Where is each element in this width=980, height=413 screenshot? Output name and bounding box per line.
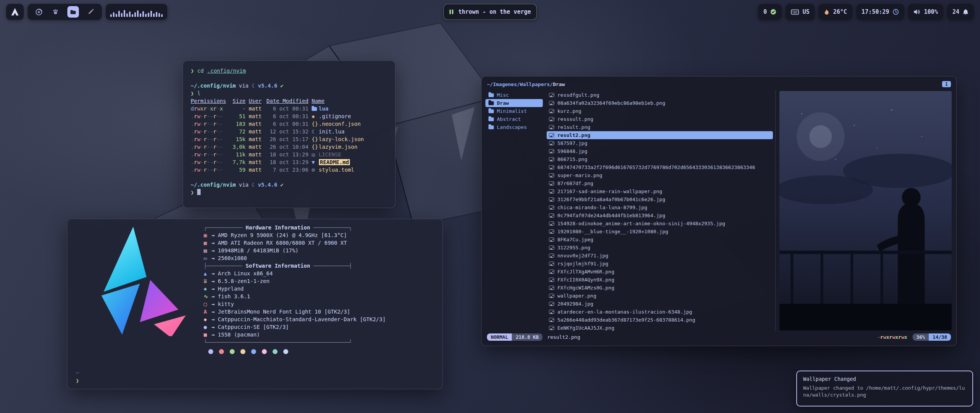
file-item[interactable]: 3122955.png — [547, 244, 773, 252]
fastfetch-info-line: ≡→6.5.8-zen1-1-zen — [204, 277, 434, 285]
terminal-window-fastfetch: ┌───────────Hardware Information────────… — [67, 219, 443, 389]
fastfetch-info-line: ▢→kitty — [204, 300, 434, 308]
file-item[interactable]: 587597.jpg — [547, 139, 773, 147]
image-file-icon — [549, 93, 554, 97]
hardware-info-list: ▣→AMD Ryzen 9 5900X (24) @ 4.9GHz [61.3°… — [204, 231, 434, 262]
browser-icon — [35, 8, 42, 16]
json-icon: {} — [312, 143, 319, 151]
notification-title: Wallpaper Changed — [803, 376, 966, 382]
file-item[interactable]: FXfcJlTXgAMvH6R.png — [547, 268, 773, 276]
sidebar-item-minimalist[interactable]: Minimalist — [485, 107, 543, 115]
fastfetch-info-line: ◆→Catppuccin-Macchiato-Standard-Lavender… — [204, 315, 434, 323]
nvim-file-row: .rw-r--r--11kmatt18 oct 13:29▤LICENSE — [191, 151, 387, 158]
file-item[interactable]: resssult.png — [547, 115, 773, 123]
workspace-switcher — [28, 4, 102, 20]
image-file-icon — [549, 101, 554, 105]
volume-widget[interactable]: 100% — [908, 4, 943, 20]
file-item[interactable]: 68747470733a2f2f696d616765732d7769786d70… — [547, 163, 773, 171]
palette-dot — [230, 349, 235, 354]
file-item[interactable]: FXfcHgcWIAMzs0G.png — [547, 284, 773, 292]
image-file-icon — [549, 302, 554, 306]
updates-count: 0 — [763, 8, 767, 15]
fastfetch-info-line: ▣→AMD Ryzen 9 5900X (24) @ 4.9GHz [61.3°… — [204, 231, 434, 239]
file-item[interactable]: 8FKa7Cu.jpeg — [547, 236, 773, 244]
fastfetch-info: ┌───────────Hardware Information────────… — [204, 224, 434, 369]
file-item[interactable]: 596848.jpg — [547, 147, 773, 155]
workspace-chat[interactable] — [51, 7, 60, 17]
notification-popup[interactable]: Wallpaper Changed Wallpaper changed to /… — [796, 371, 973, 406]
file-item[interactable]: 08a634fa02a32364f69ebc86a98eb1eb.png — [547, 99, 773, 107]
gpu-icon: ▦ — [204, 239, 210, 247]
sidebar-item-draw[interactable]: Draw — [485, 99, 543, 107]
workspace-edit[interactable] — [86, 7, 96, 17]
audio-visualizer — [106, 4, 167, 20]
fastfetch-info-line: ●→Catppuccin-SE [GTK2/3] — [204, 323, 434, 331]
file-item[interactable]: rsjqojlmjhf91.jpg — [547, 260, 773, 268]
software-section-title: Software Information — [246, 263, 310, 269]
visualizer-bar — [113, 12, 114, 17]
hardware-section-header: ┌───────────Hardware Information────────… — [204, 224, 434, 231]
bell-icon — [963, 9, 969, 15]
file-item[interactable]: re1sult.png — [547, 123, 773, 131]
file-item[interactable]: 5a266e448add93deab367d87173e9f25-6837886… — [547, 316, 773, 324]
palette-dot — [208, 349, 213, 354]
launcher-button[interactable] — [6, 4, 24, 20]
file-item[interactable]: 3126f7e9bbf21a8a4af0b67b041c6e26.jpg — [547, 195, 773, 203]
listing-header-row: PermissionsSizeUserDate ModifiedName — [191, 97, 387, 105]
sidebar-item-abstract[interactable]: Abstract — [485, 115, 543, 123]
palette-dot — [219, 349, 224, 354]
tab-badge[interactable]: 1 — [942, 81, 951, 87]
image-file-icon — [549, 157, 554, 161]
updates-widget[interactable]: 0 — [758, 4, 782, 20]
file-item[interactable]: EeNKYgIUcAAJ5JX.png — [547, 324, 773, 331]
file-item[interactable]: result2.png — [547, 131, 773, 139]
fastfetch-info-line: ◈→Hyprland — [204, 285, 434, 293]
file-item[interactable]: 19201080-__blue-tinge__-1920×1080.jpg — [547, 228, 773, 236]
lua-version: v5.4.6 — [258, 182, 278, 188]
file-item[interactable]: atardecer-en-la-montanas-ilustracion-634… — [547, 308, 773, 316]
file-item[interactable]: nnvuv0xj2df71.jpg — [547, 252, 773, 260]
folder-icon — [312, 105, 319, 112]
sidebar-item-misc[interactable]: Misc — [485, 91, 543, 99]
file-item[interactable]: chica-mirando-la-luna-8799.jpg — [547, 203, 773, 211]
clock-widget[interactable]: 17:50:29 — [856, 4, 904, 20]
os-icon: ▲ — [204, 270, 210, 277]
visualizer-bar — [156, 12, 157, 17]
clock-icon — [893, 9, 899, 15]
col-name: Name — [312, 98, 325, 104]
volume-value: 100% — [924, 8, 938, 15]
file-item[interactable]: super-mario.png — [547, 171, 773, 179]
notifications-widget[interactable]: 24 — [947, 4, 974, 20]
workspace-browser[interactable] — [34, 7, 44, 17]
file-item[interactable]: ressdfgult.png — [547, 91, 773, 99]
image-file-icon — [549, 213, 554, 218]
sidebar-item-landscapes[interactable]: Landscapes — [485, 123, 543, 131]
terminal-cursor[interactable] — [197, 189, 201, 195]
nvim-file-row: drwxr-xr-x-matt6 oct 00:31lua — [191, 105, 387, 112]
prompt-via: via — [239, 83, 248, 89]
file-item[interactable]: FXfcII0X0AQyn9X.png — [547, 276, 773, 284]
check-icon: ✔ — [280, 182, 283, 188]
music-widget[interactable]: thrown - on the verge — [443, 4, 537, 20]
prompt-symbol: ❯ — [191, 68, 194, 74]
file-item[interactable]: 0c794faf07de24a4db4d4fb1eb813964.jpg — [547, 211, 773, 220]
lua-icon: ☾ — [252, 83, 255, 89]
image-file-icon — [549, 149, 554, 153]
pen-icon — [88, 9, 94, 15]
keyboard-layout-widget[interactable]: US — [786, 4, 815, 20]
prompt-symbol: ❯ — [76, 377, 79, 384]
file-item[interactable]: wallpaper.png — [547, 292, 773, 300]
file-item[interactable]: 87r687df.png — [547, 179, 773, 187]
scroll-percent: 36% — [913, 333, 929, 341]
temperature-widget[interactable]: 26°C — [818, 4, 852, 20]
file-item[interactable]: kurz.png — [547, 107, 773, 115]
nvim-file-row: .rw-r--r--72matt12 oct 15:32☾init.lua — [191, 128, 387, 135]
file-permissions: -rwxrwxrwx — [877, 334, 907, 340]
file-item[interactable]: 217167-sad-anime-rain-wallpaper.png — [547, 187, 773, 195]
file-item[interactable]: 20492984.jpg — [547, 300, 773, 308]
fm-header: ~/Imagenes/Wallpapers/Draw 1 — [482, 76, 956, 89]
arch-logo-icon — [10, 7, 20, 16]
file-item[interactable]: 154928-odinokoe_anime-art-anime-okno-sin… — [547, 220, 773, 228]
workspace-files[interactable] — [67, 6, 79, 18]
file-item[interactable]: 866715.png — [547, 155, 773, 163]
